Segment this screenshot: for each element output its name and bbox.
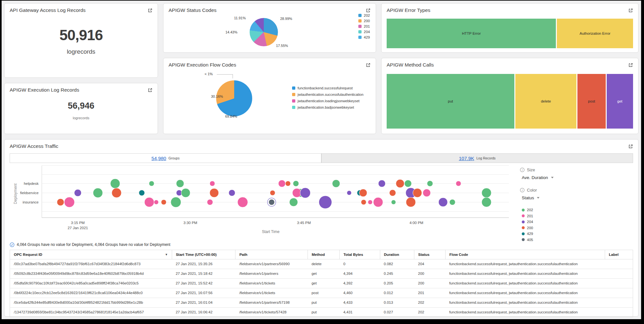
table-row[interactable]: /05dfa5fc90790ac10fcbf72eac60042c/e85a0c… — [10, 278, 633, 288]
legend-item[interactable]: 429 — [358, 35, 370, 39]
bubble[interactable] — [406, 197, 416, 207]
legend-item[interactable]: 202 — [358, 14, 370, 17]
table-row[interactable]: /0ce5da42fb344e85df8430e8d000a10d/30d4f8… — [10, 298, 633, 307]
bubble[interactable] — [144, 197, 154, 207]
bubble[interactable] — [64, 197, 75, 207]
column-header-method[interactable]: Method — [308, 250, 339, 259]
open-in-new-window-icon[interactable] — [366, 63, 371, 69]
column-header-opc-request-id[interactable]: OPC Request ID▼ — [10, 250, 172, 259]
legend-item[interactable]: functionbackend.successfulrequest — [292, 86, 363, 90]
legend-item[interactable]: 204 — [522, 220, 608, 224]
bubble[interactable] — [161, 200, 166, 205]
column-header-duration[interactable]: Duration — [380, 250, 414, 259]
bubble[interactable] — [210, 188, 219, 197]
treemap-cell-put[interactable]: put — [387, 74, 514, 129]
bubble[interactable] — [139, 190, 145, 196]
bubble[interactable] — [332, 180, 340, 187]
status-pie[interactable] — [250, 18, 278, 46]
bubble[interactable] — [74, 189, 81, 196]
sort-descending-icon[interactable]: ▼ — [165, 253, 168, 256]
bubble[interactable] — [278, 180, 285, 187]
bubble[interactable] — [347, 191, 351, 195]
bubble[interactable] — [378, 180, 385, 187]
column-header-total-bytes[interactable]: Total Bytes — [339, 250, 380, 259]
bubble[interactable] — [285, 181, 290, 186]
bubble[interactable] — [396, 179, 404, 188]
bubble[interactable] — [482, 188, 491, 198]
bubble[interactable] — [229, 190, 235, 196]
legend-item[interactable]: 200 — [358, 19, 370, 23]
bubble[interactable] — [110, 179, 120, 188]
bubble[interactable] — [290, 198, 298, 206]
legend-item[interactable]: 202 — [522, 208, 608, 212]
size-by-dropdown[interactable]: Ave. Duration — [522, 175, 608, 180]
legend-item[interactable]: jwtauthentication.loadingjsonwebkeyset — [292, 99, 363, 103]
open-in-new-window-icon[interactable] — [148, 8, 152, 14]
bubble[interactable] — [176, 180, 184, 187]
table-row[interactable]: /00c37ad3be07bafa2f8b494727da91f2/76bf61… — [10, 259, 633, 269]
bubble[interactable] — [93, 188, 103, 198]
bubble[interactable] — [207, 199, 213, 205]
treemap-cell-authorization-error[interactable]: Authorization Error — [557, 19, 633, 48]
bubble[interactable] — [300, 188, 310, 198]
bubble[interactable] — [389, 190, 396, 196]
bubble[interactable] — [361, 200, 366, 205]
treemap-cell-delete[interactable]: delete — [515, 74, 577, 129]
flow-pie[interactable] — [216, 80, 252, 116]
bubble[interactable] — [269, 199, 274, 205]
open-in-new-window-icon[interactable] — [148, 88, 152, 94]
bubble[interactable] — [449, 199, 455, 205]
treemap-cell-get[interactable]: get — [607, 74, 633, 129]
bubble[interactable] — [413, 188, 422, 197]
legend-item[interactable]: 201 — [358, 24, 370, 28]
groups-count-link[interactable]: 54,980 — [152, 156, 166, 161]
column-header-status[interactable]: Status — [414, 250, 446, 259]
table-row[interactable]: /13472739d0855f3be81c34bc95437243/24585a… — [10, 307, 633, 317]
bubble[interactable] — [456, 181, 461, 186]
legend-item[interactable]: jwtauthentication.successfulauthenticati… — [292, 93, 363, 96]
bubble[interactable] — [438, 198, 447, 207]
bubble[interactable] — [319, 196, 332, 209]
treemap-cell-http-error[interactable]: HTTP Error — [387, 19, 556, 48]
bubble[interactable] — [359, 189, 367, 197]
open-in-new-window-icon[interactable] — [628, 63, 633, 69]
bubble[interactable] — [423, 189, 430, 197]
open-in-new-window-icon[interactable] — [628, 8, 633, 14]
bubble[interactable] — [154, 200, 159, 204]
bubble[interactable] — [293, 181, 299, 186]
legend-item[interactable]: 204 — [358, 30, 370, 34]
legend-item[interactable]: 429 — [522, 232, 608, 236]
table-row[interactable]: /0b6f3224c10ecc2fcb12ee5c8d163922/16419f… — [10, 288, 633, 298]
legend-item[interactable]: 200 — [522, 226, 608, 230]
treemap-cell-post[interactable]: post — [577, 74, 605, 129]
bubble[interactable] — [482, 197, 491, 207]
legend-item[interactable]: jwtauthentication.badjsonwebkeyset — [292, 105, 363, 109]
tab-log-records[interactable]: 107.9K Log Records — [321, 153, 633, 163]
bubble[interactable] — [270, 190, 275, 195]
log-records-count-link[interactable]: 107.9K — [459, 156, 474, 161]
bubble[interactable] — [237, 197, 248, 207]
column-header-start-time-utc-00-00-[interactable]: Start Time (UTC+00:00) — [172, 250, 235, 259]
bubble[interactable] — [391, 200, 396, 204]
bubble[interactable] — [112, 188, 121, 198]
bubble[interactable] — [210, 181, 215, 186]
bubble[interactable] — [427, 181, 433, 186]
column-header-flow-code[interactable]: Flow Code — [445, 250, 605, 259]
bubble[interactable] — [373, 197, 383, 207]
table-row[interactable]: /05092c8b2334f436e05f00949d9bc878/c83d59… — [10, 269, 633, 278]
color-by-dropdown[interactable]: Status — [522, 195, 608, 200]
tab-groups[interactable]: 54,980 Groups — [10, 153, 321, 163]
info-icon[interactable]: i — [520, 167, 525, 172]
bubble[interactable] — [404, 180, 411, 187]
info-icon[interactable]: i — [520, 188, 525, 193]
bubble[interactable] — [57, 199, 64, 206]
column-header-path[interactable]: Path — [235, 250, 308, 259]
bubble[interactable] — [149, 181, 154, 186]
bubble[interactable] — [181, 188, 190, 197]
bubble[interactable] — [171, 197, 181, 207]
legend-item[interactable]: 201 — [522, 214, 608, 218]
open-in-new-window-icon[interactable] — [628, 144, 633, 150]
legend-item[interactable]: 405 — [522, 238, 608, 242]
bubble[interactable] — [368, 200, 373, 204]
column-header-label[interactable]: Label — [605, 250, 633, 259]
